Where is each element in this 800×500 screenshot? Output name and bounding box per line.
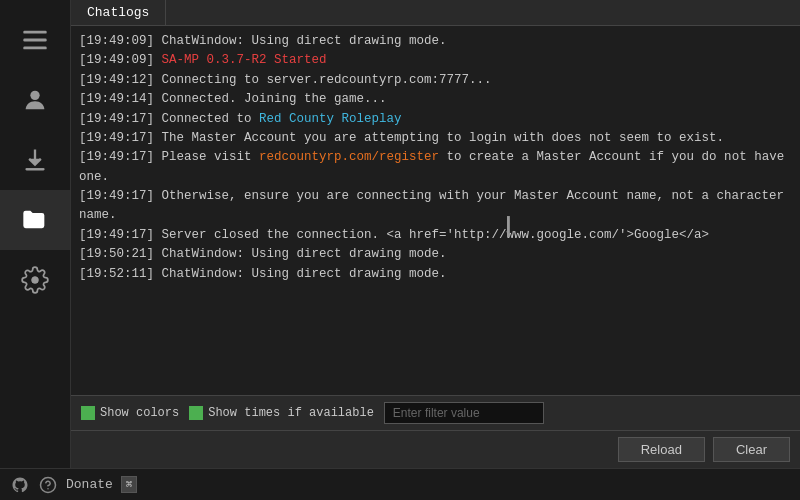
bottom-controls: Show colors Show times if available: [71, 395, 800, 430]
show-times-checkbox[interactable]: [189, 406, 203, 420]
svg-rect-0: [23, 31, 46, 34]
log-line: [19:49:09] SA-MP 0.3.7-R2 Started: [79, 51, 792, 70]
log-line: [19:52:11] ChatWindow: Using direct draw…: [79, 265, 792, 284]
tab-chatlogs[interactable]: Chatlogs: [71, 0, 166, 25]
clear-button[interactable]: Clear: [713, 437, 790, 462]
log-line: [19:49:17] Please visit redcountyrp.com/…: [79, 148, 792, 187]
help-icon[interactable]: [38, 475, 58, 495]
log-line: [19:49:17] Server closed the connection.…: [79, 226, 792, 245]
log-line: [19:49:09] ChatWindow: Using direct draw…: [79, 32, 792, 51]
filter-input[interactable]: [384, 402, 544, 424]
show-colors-label[interactable]: Show colors: [100, 406, 179, 420]
donate-label[interactable]: Donate: [66, 477, 113, 492]
menu-icon: [21, 26, 49, 54]
show-times-label[interactable]: Show times if available: [208, 406, 374, 420]
chat-log[interactable]: [19:49:09] ChatWindow: Using direct draw…: [71, 26, 800, 395]
svg-point-3: [30, 91, 39, 100]
log-line: [19:50:21] ChatWindow: Using direct draw…: [79, 245, 792, 264]
sidebar-item-download[interactable]: [0, 130, 70, 190]
reload-button[interactable]: Reload: [618, 437, 705, 462]
svg-point-6: [32, 277, 39, 284]
footer: Donate ⌘: [0, 468, 800, 500]
show-colors-checkbox[interactable]: [81, 406, 95, 420]
action-row: Reload Clear: [71, 430, 800, 468]
log-line: [19:49:17] Connected to Red County Rolep…: [79, 110, 792, 129]
sidebar-item-settings[interactable]: [0, 250, 70, 310]
svg-rect-2: [23, 46, 46, 49]
log-line: [19:49:17] Otherwise, ensure you are con…: [79, 187, 792, 226]
folder-icon: [21, 206, 49, 234]
show-times-group: Show times if available: [189, 406, 374, 420]
tab-bar: Chatlogs: [71, 0, 800, 26]
user-icon: [21, 86, 49, 114]
settings-icon: [21, 266, 49, 294]
log-line: [19:49:14] Connected. Joining the game..…: [79, 90, 792, 109]
main-content: Chatlogs [19:49:09] ChatWindow: Using di…: [70, 0, 800, 468]
svg-rect-5: [26, 168, 45, 170]
github-icon[interactable]: [10, 475, 30, 495]
sidebar-item-user[interactable]: [0, 70, 70, 130]
svg-rect-1: [23, 39, 46, 42]
sidebar-item-folder[interactable]: [0, 190, 70, 250]
sidebar: [0, 0, 70, 468]
log-line: [19:49:17] The Master Account you are at…: [79, 129, 792, 148]
download-icon: [21, 146, 49, 174]
sidebar-item-menu[interactable]: [0, 10, 70, 70]
show-colors-group: Show colors: [81, 406, 179, 420]
log-line: [19:49:12] Connecting to server.redcount…: [79, 71, 792, 90]
donate-badge: ⌘: [121, 476, 138, 493]
svg-point-8: [47, 488, 49, 490]
